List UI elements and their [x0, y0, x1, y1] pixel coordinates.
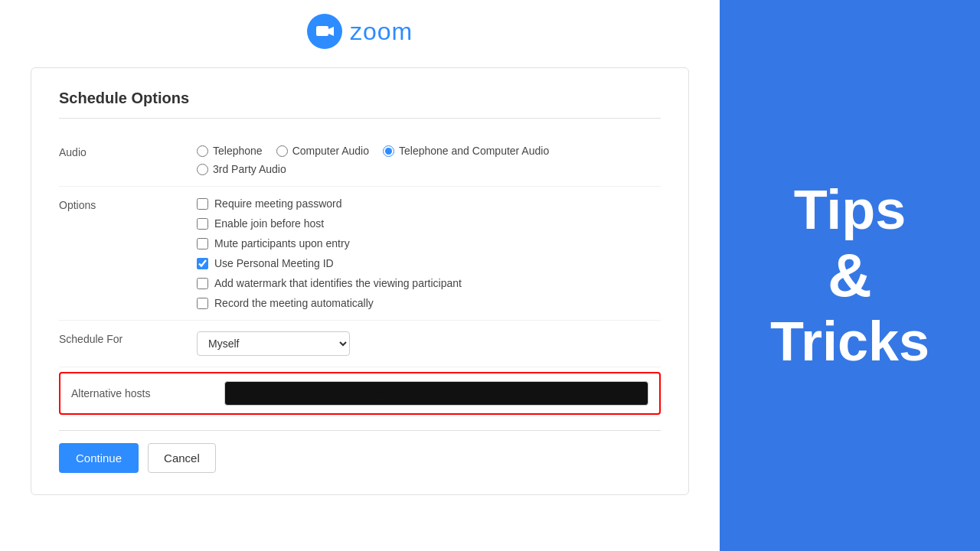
audio-row2: 3rd Party Audio: [197, 163, 661, 175]
options-content: Require meeting password Enable join bef…: [197, 197, 661, 309]
audio-content: Telephone Computer Audio Telephone and C…: [197, 145, 661, 175]
option-personalid[interactable]: Use Personal Meeting ID: [197, 257, 661, 269]
sidebar-panel: Tips & Tricks: [720, 0, 980, 551]
option-watermark-label: Add watermark that identifies the viewin…: [214, 277, 462, 289]
option-password-checkbox[interactable]: [197, 198, 208, 210]
audio-telephone-label: Telephone: [213, 145, 263, 157]
alternative-hosts-input-wrapper: [224, 381, 648, 406]
main-panel: zoom Schedule Options Audio Telephone Co…: [0, 0, 720, 551]
svg-rect-0: [316, 26, 328, 36]
svg-marker-1: [328, 27, 334, 36]
option-watermark[interactable]: Add watermark that identifies the viewin…: [197, 277, 661, 289]
sidebar-ampersand-text: &: [828, 245, 872, 306]
audio-computer-radio[interactable]: [276, 145, 288, 157]
audio-computer-option[interactable]: Computer Audio: [276, 145, 369, 157]
audio-3rdparty-label: 3rd Party Audio: [213, 163, 286, 175]
schedule-options-card: Schedule Options Audio Telephone Compute…: [31, 67, 689, 495]
audio-3rdparty-option[interactable]: 3rd Party Audio: [197, 163, 286, 175]
option-mute-checkbox[interactable]: [197, 238, 208, 249]
option-personalid-checkbox[interactable]: [197, 258, 208, 269]
schedule-for-label: Schedule For: [59, 331, 197, 345]
audio-3rdparty-radio[interactable]: [197, 164, 208, 175]
option-password[interactable]: Require meeting password: [197, 197, 661, 210]
zoom-logo-icon: [307, 14, 342, 49]
button-row: Continue Cancel: [59, 430, 661, 473]
option-personalid-label: Use Personal Meeting ID: [214, 257, 334, 269]
audio-both-option[interactable]: Telephone and Computer Audio: [383, 145, 549, 157]
continue-button[interactable]: Continue: [59, 443, 139, 473]
audio-computer-label: Computer Audio: [292, 145, 369, 157]
option-mute-label: Mute participants upon entry: [214, 237, 350, 249]
alternative-hosts-label: Alternative hosts: [71, 387, 224, 399]
option-password-label: Require meeting password: [214, 197, 342, 210]
audio-both-radio[interactable]: [383, 145, 394, 157]
audio-label: Audio: [59, 145, 197, 158]
schedule-for-row: Schedule For Myself Other: [59, 321, 661, 367]
cancel-button[interactable]: Cancel: [148, 443, 216, 473]
alternative-hosts-row: Alternative hosts: [59, 372, 661, 415]
option-joinbefore-checkbox[interactable]: [197, 218, 208, 230]
audio-telephone-radio[interactable]: [197, 145, 208, 157]
sidebar-tricks-text: Tricks: [770, 314, 929, 369]
options-row: Options Require meeting password Enable …: [59, 187, 661, 321]
option-watermark-checkbox[interactable]: [197, 278, 208, 289]
schedule-for-content: Myself Other: [197, 331, 661, 356]
option-joinbefore[interactable]: Enable join before host: [197, 217, 661, 230]
option-record-label: Record the meeting automatically: [214, 297, 374, 309]
audio-radio-group: Telephone Computer Audio Telephone and C…: [197, 145, 661, 157]
options-label: Options: [59, 197, 197, 211]
zoom-brand-text: zoom: [350, 18, 413, 46]
sidebar-tips-text: Tips: [794, 182, 906, 237]
audio-both-label: Telephone and Computer Audio: [399, 145, 549, 157]
option-mute[interactable]: Mute participants upon entry: [197, 237, 661, 249]
option-record-checkbox[interactable]: [197, 298, 208, 309]
audio-telephone-option[interactable]: Telephone: [197, 145, 263, 157]
schedule-for-select[interactable]: Myself Other: [197, 331, 350, 356]
options-checkbox-group: Require meeting password Enable join bef…: [197, 197, 661, 309]
alternative-hosts-input[interactable]: [224, 381, 648, 406]
page-title: Schedule Options: [59, 90, 661, 119]
option-joinbefore-label: Enable join before host: [214, 217, 324, 230]
audio-row: Audio Telephone Computer Audio Telephone…: [59, 134, 661, 187]
option-record[interactable]: Record the meeting automatically: [197, 297, 661, 309]
zoom-header: zoom: [307, 14, 413, 49]
